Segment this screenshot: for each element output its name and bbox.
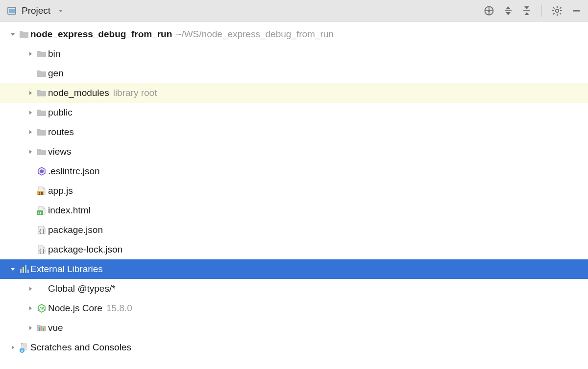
svg-rect-41 [27, 270, 29, 273]
chevron-right-icon[interactable] [25, 325, 35, 331]
tree-row[interactable]: gen [0, 64, 588, 83]
tree-row[interactable]: JSapp.js [0, 181, 588, 201]
html-icon: H [35, 206, 48, 215]
chevron-right-icon[interactable] [25, 90, 35, 96]
tree-row[interactable]: Global @types/* [0, 279, 588, 299]
svg-text:H: H [38, 211, 41, 215]
svg-rect-1 [9, 9, 15, 13]
collapse-all-icon[interactable] [522, 5, 532, 16]
tree-item-label: package-lock.json [48, 244, 122, 255]
tree-row[interactable]: bin [0, 44, 588, 64]
folder-icon [35, 49, 48, 59]
svg-text:{ }: { } [39, 229, 45, 234]
tree-row[interactable]: public [0, 103, 588, 122]
panel-title: Project [22, 5, 50, 16]
tree-row[interactable]: Hindex.html [0, 201, 588, 220]
tree-item-label: node_modules [48, 88, 109, 98]
svg-rect-19 [560, 12, 562, 14]
dropdown-arrow-icon[interactable] [57, 7, 64, 14]
panel-title-group[interactable]: Project [7, 5, 64, 16]
tree-row[interactable]: vue [0, 318, 588, 338]
svg-point-6 [488, 9, 490, 11]
chevron-right-icon[interactable] [25, 305, 35, 311]
tree-row[interactable]: .eslintrc.json [0, 161, 588, 181]
svg-rect-47 [39, 327, 40, 331]
svg-rect-48 [41, 326, 42, 331]
panel-header: Project [0, 0, 588, 22]
select-opened-file-icon[interactable] [484, 5, 494, 16]
js-icon: JS [35, 186, 48, 196]
chevron-right-icon[interactable] [8, 345, 18, 350]
chevron-down-icon[interactable] [8, 266, 18, 272]
expand-all-icon[interactable] [503, 5, 513, 16]
tree-row[interactable]: External Libraries [0, 259, 588, 279]
tree-row[interactable]: node_express_debug_from_run~/WS/node_exp… [0, 24, 588, 44]
project-tree[interactable]: node_express_debug_from_run~/WS/node_exp… [0, 22, 588, 357]
chevron-right-icon[interactable] [25, 51, 35, 57]
tree-item-hint: 15.8.0 [106, 303, 132, 314]
svg-marker-11 [524, 6, 529, 9]
tree-row[interactable]: node_moduleslibrary root [0, 83, 588, 103]
svg-rect-18 [553, 7, 555, 9]
svg-marker-37 [11, 268, 15, 271]
chevron-right-icon[interactable] [25, 286, 35, 292]
tree-item-label: bin [48, 48, 60, 59]
svg-rect-40 [25, 265, 26, 273]
tree-row[interactable]: routes [0, 122, 588, 142]
panel-header-actions [484, 5, 581, 17]
hide-panel-icon[interactable] [571, 6, 581, 16]
svg-rect-20 [553, 12, 555, 14]
svg-point-13 [556, 9, 559, 12]
svg-rect-21 [560, 7, 562, 9]
folder-lib-icon [35, 323, 48, 333]
folder-project-icon [18, 29, 30, 39]
svg-text:JS: JS [39, 306, 45, 311]
scratches-icon [18, 342, 30, 353]
tree-item-label: .eslintrc.json [48, 166, 100, 177]
tree-item-label: app.js [48, 185, 73, 196]
svg-marker-46 [29, 326, 32, 330]
svg-rect-16 [552, 10, 554, 11]
tree-row[interactable]: views [0, 142, 588, 161]
svg-marker-8 [506, 6, 511, 9]
svg-marker-2 [59, 10, 63, 12]
chevron-down-icon[interactable] [8, 31, 18, 37]
tree-row[interactable]: { }package-lock.json [0, 240, 588, 259]
tree-row[interactable]: JSNode.js Core15.8.0 [0, 299, 588, 318]
svg-rect-39 [23, 267, 24, 273]
chevron-right-icon[interactable] [25, 110, 35, 115]
svg-marker-42 [29, 287, 32, 291]
folder-icon [35, 127, 48, 137]
tree-row[interactable]: { }package.json [0, 220, 588, 240]
tree-item-label: views [48, 146, 72, 157]
tree-item-hint: ~/WS/node_express_debug_from_run [176, 29, 334, 40]
tree-item-label: Node.js Core [48, 303, 102, 314]
json-icon: { } [35, 245, 48, 254]
libraries-icon [18, 264, 30, 275]
tree-item-label: package.json [48, 225, 103, 235]
tree-item-hint: library root [113, 88, 157, 98]
tree-item-label: index.html [48, 205, 91, 216]
folder-icon [35, 108, 48, 117]
eslint-icon [35, 166, 48, 176]
tree-item-label: public [48, 107, 73, 118]
svg-marker-28 [29, 150, 32, 154]
svg-rect-49 [43, 328, 44, 331]
tree-item-label: routes [48, 127, 74, 138]
tree-item-label: node_express_debug_from_run [30, 29, 172, 40]
project-panel-icon [7, 6, 17, 16]
svg-marker-12 [524, 12, 529, 15]
nodejs-icon: JS [35, 303, 48, 313]
tree-item-label: Global @types/* [48, 283, 116, 294]
svg-marker-24 [29, 52, 32, 56]
tree-item-label: gen [48, 68, 64, 79]
svg-marker-27 [29, 130, 32, 134]
chevron-right-icon[interactable] [25, 129, 35, 135]
tree-item-label: vue [48, 323, 63, 333]
chevron-right-icon[interactable] [25, 149, 35, 155]
folder-icon [35, 147, 48, 157]
svg-text:{ }: { } [39, 248, 45, 254]
settings-gear-icon[interactable] [552, 5, 563, 16]
tree-item-label: Scratches and Consoles [30, 342, 131, 353]
tree-row[interactable]: Scratches and Consoles [0, 338, 588, 357]
